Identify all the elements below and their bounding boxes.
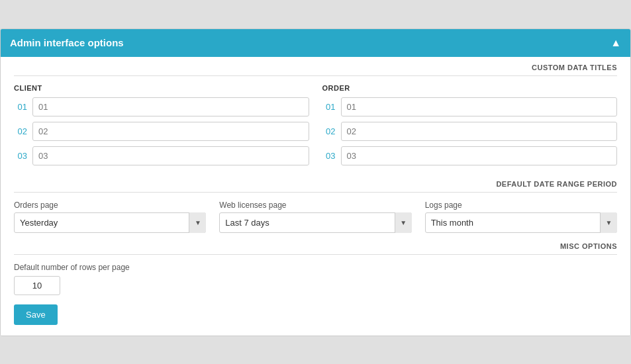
client-input-2[interactable] [32,122,309,141]
custom-data-titles-columns: CLIENT 01 02 03 ORDER 01 [14,84,617,171]
dropdowns-row: Orders page Today Yesterday Last 7 days … [14,201,617,233]
orders-page-label: Orders page [14,201,206,210]
save-button[interactable]: Save [14,304,58,325]
order-row-1: 01 [322,97,618,116]
order-input-3[interactable] [341,146,618,165]
web-licenses-page-select[interactable]: Today Yesterday Last 7 days This month L… [219,212,411,233]
order-input-1[interactable] [341,97,618,116]
client-column: CLIENT 01 02 03 [14,84,309,171]
client-row-1: 01 [14,97,309,116]
order-row-3: 03 [322,146,618,165]
order-column-header: ORDER [322,84,618,92]
custom-data-titles-header: CUSTOM DATA TITLES [14,57,617,76]
client-row-2: 02 [14,122,309,141]
web-licenses-page-group: Web licenses page Today Yesterday Last 7… [219,201,411,233]
client-column-header: CLIENT [14,84,309,92]
default-date-range-header: DEFAULT DATE RANGE PERIOD [14,173,617,193]
order-row-2: 02 [322,122,618,141]
order-column: ORDER 01 02 03 [322,84,618,171]
logs-page-label: Logs page [425,201,617,210]
rows-per-page-label: Default number of rows per page [14,263,617,272]
logs-page-group: Logs page Today Yesterday Last 7 days Th… [425,201,617,233]
orders-page-group: Orders page Today Yesterday Last 7 days … [14,201,206,233]
web-licenses-page-select-wrapper: Today Yesterday Last 7 days This month L… [219,212,411,233]
admin-panel: Admin interface options ▲ CUSTOM DATA TI… [0,28,631,336]
collapse-icon[interactable]: ▲ [610,37,621,49]
orders-page-select[interactable]: Today Yesterday Last 7 days This month L… [14,212,206,233]
client-label-1: 01 [14,102,27,112]
default-date-range-section: DEFAULT DATE RANGE PERIOD Orders page To… [14,173,617,233]
orders-page-select-wrapper: Today Yesterday Last 7 days This month L… [14,212,206,233]
panel-header: Admin interface options ▲ [1,29,630,57]
client-row-3: 03 [14,146,309,165]
client-label-3: 03 [14,151,27,161]
panel-body: CUSTOM DATA TITLES CLIENT 01 02 03 [1,57,630,336]
misc-options-section: MISC OPTIONS Default number of rows per … [14,236,617,295]
misc-options-header: MISC OPTIONS [14,236,617,255]
order-label-3: 03 [322,151,336,161]
order-label-1: 01 [322,102,336,112]
order-label-2: 02 [322,126,336,136]
client-label-2: 02 [14,126,27,136]
web-licenses-page-label: Web licenses page [219,201,411,210]
client-input-1[interactable] [32,97,309,116]
logs-page-select-wrapper: Today Yesterday Last 7 days This month L… [425,212,617,233]
rows-per-page-group: Default number of rows per page [14,263,617,295]
order-input-2[interactable] [341,122,618,141]
rows-per-page-input[interactable] [14,276,60,295]
logs-page-select[interactable]: Today Yesterday Last 7 days This month L… [425,212,617,233]
client-input-3[interactable] [32,146,309,165]
panel-title: Admin interface options [10,37,124,48]
